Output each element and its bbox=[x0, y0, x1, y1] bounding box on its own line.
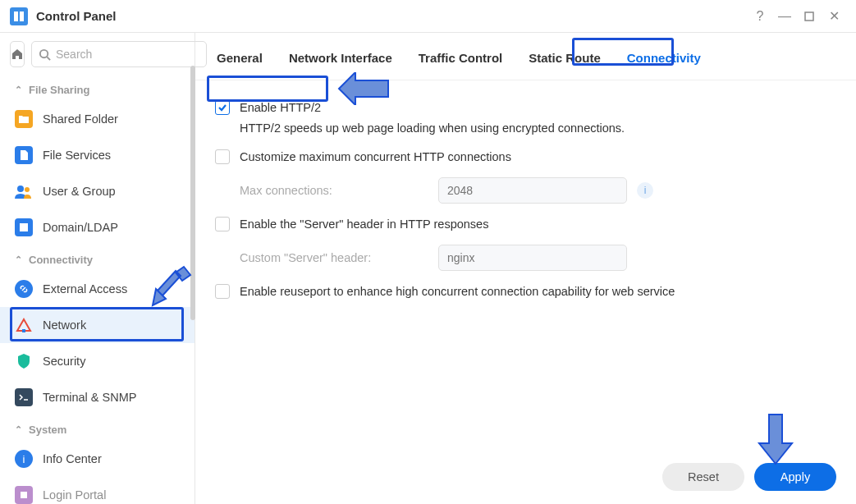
section-label: File Sharing bbox=[29, 84, 89, 96]
tab-traffic-control[interactable]: Traffic Control bbox=[417, 48, 505, 68]
svg-rect-1 bbox=[20, 11, 24, 21]
search-input[interactable] bbox=[56, 48, 199, 61]
sidebar-item-label: External Access bbox=[43, 282, 127, 296]
sidebar-item-label: Terminal & SNMP bbox=[43, 391, 136, 404]
sidebar-item-label: Shared Folder bbox=[43, 112, 118, 126]
tab-static-route[interactable]: Static Route bbox=[527, 48, 602, 68]
app-icon bbox=[10, 7, 28, 25]
checkbox-customize-max[interactable] bbox=[215, 149, 230, 164]
svg-rect-7 bbox=[20, 223, 28, 231]
info-icon[interactable]: i bbox=[637, 182, 653, 199]
svg-rect-0 bbox=[14, 11, 18, 21]
content-area: General Network Interface Traffic Contro… bbox=[195, 33, 856, 504]
sidebar-item-label: Info Center bbox=[43, 452, 102, 465]
apply-button[interactable]: Apply bbox=[754, 463, 836, 491]
domain-icon bbox=[15, 218, 33, 236]
help-button[interactable]: ? bbox=[748, 4, 772, 29]
sidebar-item-user-group[interactable]: User & Group bbox=[0, 173, 195, 209]
chevron-up-icon: ⌃ bbox=[15, 424, 22, 435]
folder-icon bbox=[15, 110, 33, 128]
tab-connectivity[interactable]: Connectivity bbox=[625, 48, 703, 68]
sidebar-item-shared-folder[interactable]: Shared Folder bbox=[0, 101, 195, 137]
label-custom-server-header: Custom "Server" header: bbox=[240, 251, 428, 264]
sidebar-item-network[interactable]: Network bbox=[0, 307, 195, 343]
link-icon bbox=[15, 280, 33, 298]
file-icon bbox=[15, 146, 33, 164]
svg-point-6 bbox=[25, 187, 30, 192]
svg-rect-8 bbox=[22, 329, 25, 332]
users-icon bbox=[15, 182, 33, 200]
label-reuseport: Enable reuseport to enhance high concurr… bbox=[240, 285, 675, 298]
info-icon: i bbox=[15, 450, 33, 468]
home-button[interactable] bbox=[10, 41, 25, 67]
help-http2: HTTP/2 speeds up web page loading when u… bbox=[215, 121, 836, 143]
sidebar-item-security[interactable]: Security bbox=[0, 343, 195, 379]
maximize-button[interactable] bbox=[797, 4, 822, 29]
sidebar-item-domain-ldap[interactable]: Domain/LDAP bbox=[0, 209, 195, 245]
section-system[interactable]: ⌃ System bbox=[0, 415, 195, 441]
sidebar: ⌃ File Sharing Shared Folder File Servic… bbox=[0, 33, 195, 504]
input-max-connections[interactable] bbox=[438, 177, 627, 204]
close-button[interactable]: ✕ bbox=[822, 4, 846, 29]
reset-button[interactable]: Reset bbox=[662, 463, 744, 491]
section-label: System bbox=[29, 424, 66, 436]
checkbox-enable-http2[interactable] bbox=[215, 100, 230, 115]
section-label: Connectivity bbox=[29, 254, 93, 266]
section-connectivity[interactable]: ⌃ Connectivity bbox=[0, 245, 195, 271]
checkbox-reuseport[interactable] bbox=[215, 284, 230, 299]
svg-rect-2 bbox=[805, 12, 813, 21]
shield-icon bbox=[15, 352, 33, 370]
label-server-header: Enable the "Server" header in HTTP respo… bbox=[240, 218, 488, 231]
chevron-up-icon: ⌃ bbox=[15, 85, 22, 95]
sidebar-item-label: File Services bbox=[43, 149, 111, 162]
sidebar-item-label: Domain/LDAP bbox=[43, 221, 118, 234]
portal-icon bbox=[15, 486, 33, 504]
sidebar-item-login-portal[interactable]: Login Portal bbox=[0, 477, 195, 504]
sidebar-item-info-center[interactable]: i Info Center bbox=[0, 441, 195, 477]
tab-general[interactable]: General bbox=[215, 48, 264, 68]
sidebar-item-label: Network bbox=[43, 318, 86, 332]
search-box[interactable] bbox=[31, 41, 207, 67]
minimize-button[interactable]: — bbox=[772, 4, 797, 29]
network-icon bbox=[15, 316, 33, 334]
sidebar-item-terminal-snmp[interactable]: Terminal & SNMP bbox=[0, 379, 195, 415]
svg-rect-9 bbox=[21, 492, 27, 498]
input-server-header[interactable] bbox=[438, 245, 627, 271]
terminal-icon bbox=[15, 388, 33, 406]
sidebar-item-label: Security bbox=[43, 355, 85, 368]
window-title: Control Panel bbox=[36, 9, 117, 23]
tabs: General Network Interface Traffic Contro… bbox=[195, 33, 856, 80]
label-customize-max: Customize maximum concurrent HTTP connec… bbox=[240, 150, 511, 163]
svg-point-5 bbox=[17, 186, 24, 192]
label-enable-http2: Enable HTTP/2 bbox=[240, 101, 321, 114]
svg-line-4 bbox=[47, 57, 50, 60]
checkbox-server-header[interactable] bbox=[215, 217, 230, 231]
sidebar-item-label: Login Portal bbox=[43, 488, 106, 502]
titlebar: Control Panel ? — ✕ bbox=[0, 0, 856, 33]
chevron-up-icon: ⌃ bbox=[15, 254, 22, 265]
sidebar-item-label: User & Group bbox=[43, 185, 116, 198]
svg-point-3 bbox=[40, 49, 48, 57]
sidebar-item-external-access[interactable]: External Access bbox=[0, 271, 195, 307]
sidebar-item-file-services[interactable]: File Services bbox=[0, 137, 195, 173]
section-file-sharing[interactable]: ⌃ File Sharing bbox=[0, 76, 195, 101]
label-max-connections: Max connections: bbox=[240, 184, 428, 197]
tab-network-interface[interactable]: Network Interface bbox=[287, 48, 394, 68]
